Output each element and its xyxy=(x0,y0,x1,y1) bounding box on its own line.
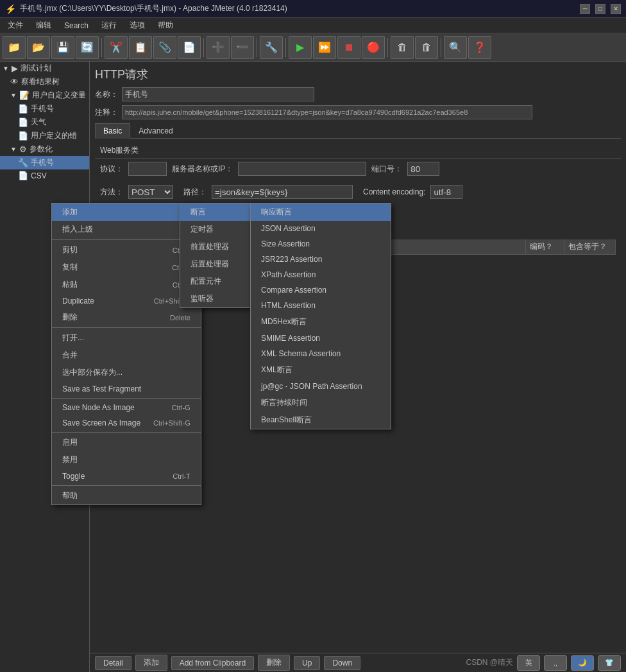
submenu2-beanshell[interactable]: BeanShell断言 xyxy=(251,411,391,429)
sidebar-item-csv[interactable]: 📄 CSV xyxy=(0,169,89,182)
toolbar-expand[interactable]: 📄 xyxy=(178,36,201,59)
toolbar-search[interactable]: 🔍 xyxy=(444,36,467,59)
label-params: 参数化 xyxy=(30,144,53,155)
submenu2-xml-label: XML断言 xyxy=(261,365,292,375)
close-btn[interactable]: ✕ xyxy=(611,4,621,14)
up-btn[interactable]: Up xyxy=(294,656,320,670)
ctx-help-label: 帮助 xyxy=(62,490,78,501)
submenu2-compare[interactable]: Compare Assertion xyxy=(251,282,391,298)
ctx-merge[interactable]: 合并 xyxy=(52,347,201,364)
ctx-enable[interactable]: 启用 xyxy=(52,434,201,451)
toolbar-cut[interactable]: ✂️ xyxy=(105,36,128,59)
encoding-input[interactable] xyxy=(430,185,462,199)
submenu1-listener-label: 监听器 xyxy=(190,293,214,304)
sidebar-item-paramgroup[interactable]: ▼ ⚙ 参数化 xyxy=(0,142,89,156)
sidebar-item-weather[interactable]: 📄 天气 xyxy=(0,116,89,129)
submenu2-duration[interactable]: 断言持续时间 xyxy=(251,394,391,411)
icon-usererror: 📄 xyxy=(18,131,28,141)
web-section: Web服务类 xyxy=(95,142,621,159)
status-icon-punct[interactable]: ., xyxy=(544,655,567,671)
toolbar-new[interactable]: 📁 xyxy=(3,36,26,59)
toolbar-templates[interactable]: 📂 xyxy=(27,36,50,59)
ctx-cut[interactable]: 剪切 Ctrl-X xyxy=(52,241,201,259)
down-btn[interactable]: Down xyxy=(324,656,360,670)
minimize-btn[interactable]: ─ xyxy=(580,4,590,14)
sidebar-item-usererror[interactable]: 📄 用户定义的错 xyxy=(0,129,89,142)
status-icon-shirt[interactable]: 👕 xyxy=(598,655,621,671)
icon-phone: 📄 xyxy=(18,104,28,114)
submenu2-html[interactable]: HTML Assertion xyxy=(251,298,391,313)
status-icon-lang[interactable]: 英 xyxy=(517,655,540,671)
ctx-save-node-image[interactable]: Save Node As Image Ctrl-G xyxy=(52,400,201,415)
ctx-save-partial[interactable]: 选中部分保存为... xyxy=(52,364,201,381)
delete-btn[interactable]: 删除 xyxy=(258,655,290,671)
ctx-duplicate[interactable]: Duplicate Ctrl+Shift-C xyxy=(52,293,201,309)
tab-basic[interactable]: Basic xyxy=(95,123,130,139)
sidebar-item-phone2[interactable]: 🔧 手机号 xyxy=(0,156,89,169)
add-btn[interactable]: 添加 xyxy=(135,655,167,671)
method-select[interactable]: POSTGET xyxy=(128,185,173,199)
toolbar-add[interactable]: ➕ xyxy=(207,36,230,59)
ctx-paste[interactable]: 粘贴 Ctrl-V xyxy=(52,276,201,293)
ctx-add[interactable]: 添加 ▶ xyxy=(52,203,201,221)
submenu2-response[interactable]: 响应断言 xyxy=(251,203,391,221)
submenu2-json[interactable]: JSON Assertion xyxy=(251,221,391,236)
clipboard-btn[interactable]: Add from Clipboard xyxy=(171,656,254,670)
ctx-sep1 xyxy=(52,239,201,240)
toolbar-sep6 xyxy=(441,38,441,57)
submenu2-duration-label: 断言持续时间 xyxy=(261,397,307,408)
toolbar-clear[interactable]: 🗑 xyxy=(391,36,414,59)
status-icon-moon[interactable]: 🌙 xyxy=(571,655,594,671)
detail-btn[interactable]: Detail xyxy=(95,656,131,670)
toolbar-start-no-pause[interactable]: ⏩ xyxy=(313,36,336,59)
sidebar-item-testplan[interactable]: ▼ ▶ 测试计划 xyxy=(0,62,89,75)
maximize-btn[interactable]: □ xyxy=(595,4,605,14)
toolbar-paste[interactable]: 📎 xyxy=(153,36,176,59)
protocol-input[interactable] xyxy=(128,162,167,176)
submenu2-xmlschema[interactable]: XML Schema Assertion xyxy=(251,346,391,361)
submenu2-xpath[interactable]: XPath Assertion xyxy=(251,267,391,282)
toolbar-revert[interactable]: 🔄 xyxy=(76,36,99,59)
menu-options[interactable]: 选项 xyxy=(124,19,150,32)
ctx-help[interactable]: 帮助 xyxy=(52,487,201,504)
ctx-save-screen-image[interactable]: Save Screen As Image Ctrl+Shift-G xyxy=(52,415,201,431)
toolbar-start[interactable]: ▶ xyxy=(289,36,312,59)
menu-run[interactable]: 运行 xyxy=(96,19,122,32)
comment-input[interactable]: http://apis.juhe.cn/mobile/get&phone=152… xyxy=(122,105,532,119)
comment-label: 注释： xyxy=(95,107,118,118)
submenu2-jpgc-json[interactable]: jp@gc - JSON Path Assertion xyxy=(251,379,391,394)
sidebar-item-results[interactable]: 👁 察看结果树 xyxy=(0,75,89,89)
ctx-copy[interactable]: 复制 Ctrl-C xyxy=(52,259,201,276)
menu-file[interactable]: 文件 xyxy=(3,19,28,32)
toolbar-shutdown[interactable]: 🔴 xyxy=(362,36,385,59)
toolbar-stop[interactable]: ⏹ xyxy=(337,36,360,59)
toolbar-copy[interactable]: 📋 xyxy=(129,36,152,59)
ctx-open[interactable]: 打开... xyxy=(52,329,201,347)
ctx-toggle[interactable]: Toggle Ctrl-T xyxy=(52,469,201,484)
ctx-delete[interactable]: 删除 Delete xyxy=(52,309,201,326)
tab-advanced[interactable]: Advanced xyxy=(130,123,181,139)
menu-search[interactable]: Search xyxy=(59,20,94,31)
menu-edit[interactable]: 编辑 xyxy=(31,19,56,32)
submenu2-md5hex[interactable]: MD5Hex断言 xyxy=(251,313,391,331)
menu-help[interactable]: 帮助 xyxy=(153,19,178,32)
submenu2-smime[interactable]: SMIME Assertion xyxy=(251,331,391,346)
ctx-disable[interactable]: 禁用 xyxy=(52,451,201,469)
submenu2-xml[interactable]: XML断言 xyxy=(251,361,391,379)
toolbar-save[interactable]: 💾 xyxy=(51,36,74,59)
toolbar-help[interactable]: ❓ xyxy=(468,36,491,59)
submenu2-size[interactable]: Size Assertion xyxy=(251,236,391,252)
sidebar-item-uservars[interactable]: ▼ 📝 用户自定义变量 xyxy=(0,89,89,102)
submenu2-jsr223[interactable]: JSR223 Assertion xyxy=(251,252,391,267)
ctx-insert-parent[interactable]: 插入上级 ▶ xyxy=(52,221,201,238)
name-input[interactable] xyxy=(122,87,314,101)
toolbar-remove[interactable]: ➖ xyxy=(231,36,254,59)
comment-row: 注释： http://apis.juhe.cn/mobile/get&phone… xyxy=(95,105,621,119)
toolbar-clear-all[interactable]: 🗑 xyxy=(415,36,438,59)
path-input[interactable] xyxy=(212,185,353,199)
ctx-save-fragment[interactable]: Save as Test Fragment xyxy=(52,381,201,397)
sidebar-item-phone[interactable]: 📄 手机号 xyxy=(0,102,89,116)
toolbar-browse[interactable]: 🔧 xyxy=(260,36,283,59)
port-input[interactable] xyxy=(407,162,439,176)
server-input[interactable] xyxy=(238,162,366,176)
